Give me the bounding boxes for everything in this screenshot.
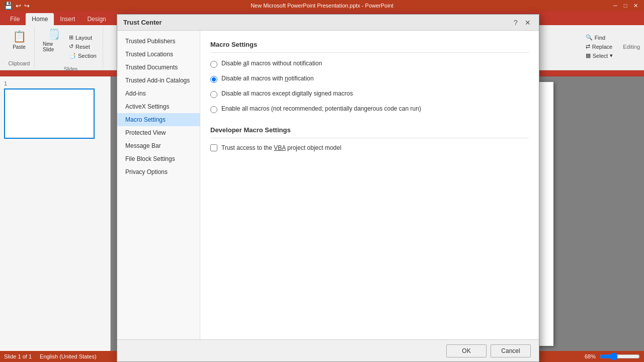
dialog-help-button[interactable]: ? [511,18,521,28]
maximize-button[interactable]: □ [621,2,630,10]
ok-button[interactable]: OK [446,344,487,357]
select-dropdown-icon: ▾ [610,52,613,59]
save-icon[interactable]: 💾 [4,2,13,10]
macro-label-3[interactable]: Disable all macros except digitally sign… [221,90,353,97]
nav-item-trusted-documents[interactable]: Trusted Documents [117,61,200,74]
macro-radio-2[interactable] [210,76,217,83]
dialog-body: Trusted Publishers Trusted Locations Tru… [117,31,539,339]
nav-item-trusted-publishers[interactable]: Trusted Publishers [117,35,200,48]
slide-panel: 1 [0,76,111,351]
dialog-title: Trust Center [123,19,162,26]
macro-option-3: Disable all macros except digitally sign… [210,89,529,99]
find-group: 🔍 Find ⇄ Replace ▦ Select ▾ [580,27,619,68]
macro-option-4: Enable all macros (not recommended; pote… [210,104,529,114]
dialog-content: Macro Settings Disable all macros withou… [200,31,539,339]
macro-radio-1[interactable] [210,61,217,68]
macro-radio-3[interactable] [210,91,217,98]
tab-file[interactable]: File [4,13,26,25]
select-button[interactable]: ▦ Select ▾ [584,51,615,60]
replace-button[interactable]: ⇄ Replace [584,42,615,51]
find-icon: 🔍 [586,34,593,41]
dialog-nav: Trusted Publishers Trusted Locations Tru… [117,31,200,339]
new-slide-button[interactable]: 🗒️ New Slide [43,29,65,51]
title-bar-icons: 💾 ↩ ↪ [4,2,30,10]
tab-design[interactable]: Design [81,13,112,25]
window-controls: ─ □ ✕ [611,2,640,10]
macro-option-2: Disable all macros with notification [210,74,529,84]
find-button[interactable]: 🔍 Find [584,33,615,42]
dialog-titlebar: Trust Center ? ✕ [117,15,539,31]
nav-item-trusted-locations[interactable]: Trusted Locations [117,48,200,61]
close-button[interactable]: ✕ [631,2,640,10]
nav-item-macro-settings[interactable]: Macro Settings [117,113,200,126]
nav-item-activex-settings[interactable]: ActiveX Settings [117,100,200,113]
slide-thumbnail[interactable] [4,88,95,139]
undo-icon[interactable]: ↩ [16,2,21,10]
editing-mode: Editing [623,44,640,52]
layout-button[interactable]: ⊞ Layout [67,33,99,42]
title-bar: 💾 ↩ ↪ New Microsoft PowerPoint Presentat… [0,0,644,11]
paste-label: Paste [13,44,26,50]
status-left: Slide 1 of 1 English (United States) [4,353,97,359]
macro-label-2[interactable]: Disable all macros with notification [221,75,313,82]
macro-option-1: Disable all macros without notification [210,59,529,69]
new-slide-icon: 🗒️ [48,28,60,40]
vba-checkbox[interactable] [210,144,217,151]
language-info: English (United States) [40,353,97,359]
redo-icon[interactable]: ↪ [24,2,30,10]
select-icon: ▦ [586,52,591,59]
trust-center-dialog: Trust Center ? ✕ Trusted Publishers Trus… [117,14,539,362]
dialog-footer: OK Cancel [117,339,539,361]
nav-item-file-block-settings[interactable]: File Block Settings [117,152,200,165]
paste-button[interactable]: 📋 Paste [8,29,30,51]
dialog-close-button[interactable]: ✕ [523,18,533,28]
tab-insert[interactable]: Insert [54,13,81,25]
reset-icon: ↺ [69,43,73,50]
clipboard-label: Clipboard [9,61,30,66]
slides-group: 🗒️ New Slide ⊞ Layout ↺ Reset 📑 Section [39,27,103,68]
slide-number-label: 1 [4,80,106,86]
macro-settings-header: Macro Settings [210,39,529,53]
find-options-group: 🔍 Find ⇄ Replace ▦ Select ▾ [584,29,615,64]
nav-item-privacy-options[interactable]: Privacy Options [117,165,200,178]
app-title: New Microsoft PowerPoint Presentation.pp… [251,3,393,9]
macro-label-1[interactable]: Disable all macros without notification [221,60,322,67]
nav-item-message-bar[interactable]: Message Bar [117,139,200,152]
replace-icon: ⇄ [586,43,590,50]
nav-item-protected-view[interactable]: Protected View [117,126,200,139]
slides-label: Slides [64,66,77,72]
clipboard-group: 📋 Paste Clipboard [4,27,35,68]
nav-item-trusted-add-in-catalogs[interactable]: Trusted Add-in Catalogs [117,74,200,87]
zoom-level: 68% [585,353,596,359]
vba-label[interactable]: Trust access to the VBA project object m… [221,144,341,151]
slide-options-group: ⊞ Layout ↺ Reset 📑 Section [67,29,99,64]
tab-home[interactable]: Home [26,13,54,25]
macro-label-4[interactable]: Enable all macros (not recommended; pote… [221,105,421,112]
cancel-button[interactable]: Cancel [491,344,531,357]
vba-checkbox-option: Trust access to the VBA project object m… [210,144,529,151]
reset-button[interactable]: ↺ Reset [67,42,99,51]
paste-icon: 📋 [13,30,26,43]
nav-item-add-ins[interactable]: Add-ins [117,87,200,100]
status-right: 68% [585,353,640,360]
slide-info: Slide 1 of 1 [4,353,32,359]
editing-label: Editing [623,44,640,50]
section-button[interactable]: 📑 Section [67,51,99,60]
developer-macro-settings-header: Developer Macro Settings [210,124,529,138]
minimize-button[interactable]: ─ [611,2,620,10]
zoom-slider[interactable] [600,353,640,360]
section-icon: 📑 [69,52,76,59]
layout-icon: ⊞ [69,34,73,41]
macro-radio-4[interactable] [210,106,217,113]
dialog-title-controls: ? ✕ [511,18,533,28]
new-slide-label: New Slide [43,41,65,52]
